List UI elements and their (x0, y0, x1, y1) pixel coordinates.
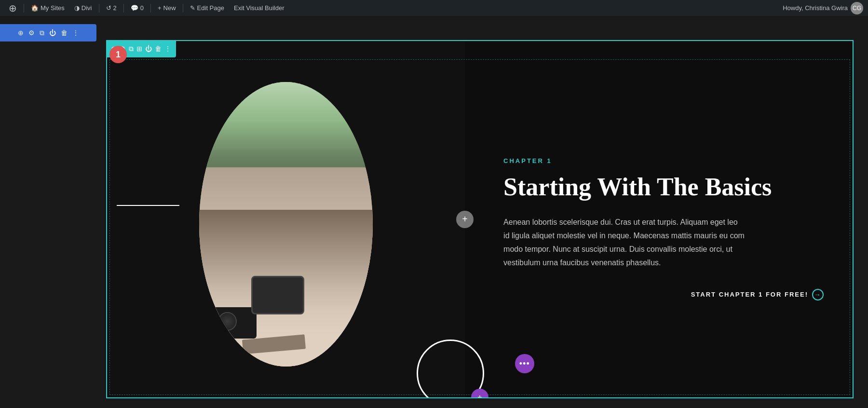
left-column: + (107, 41, 465, 397)
right-column: CHAPTER 1 Starting With The Basics Aenea… (465, 41, 853, 397)
oval-image (199, 82, 373, 367)
wp-logo[interactable]: ⊕ (5, 0, 21, 16)
horizontal-line-decoration (117, 205, 179, 206)
cta-button[interactable]: START CHAPTER 1 FOR FREE! → (503, 289, 824, 300)
avatar[interactable]: CG (851, 2, 863, 14)
desk-overlay (199, 181, 373, 367)
section-toggle-icon[interactable]: ⏻ (145, 45, 152, 53)
admin-bar-right: Howdy, Christina Gwira CG (783, 2, 863, 14)
toggle-icon[interactable]: ⏻ (49, 29, 56, 37)
divi-menu[interactable]: ◑ Divi (70, 0, 96, 16)
chapter-body: Aenean lobortis scelerisque dui. Cras ut… (503, 216, 745, 270)
clone-icon[interactable]: ⧉ (40, 29, 44, 37)
divi-label: Divi (81, 4, 92, 12)
chapter-label: CHAPTER 1 (503, 157, 824, 164)
new-label: New (163, 4, 176, 12)
separator (24, 4, 24, 13)
main-content: ⊕ ⚙ ⧉ ⊞ ⏻ 🗑 ⋮ 1 (0, 16, 868, 408)
exit-visual-builder-button[interactable]: Exit Visual Builder (230, 0, 288, 16)
revisions-count: 2 (113, 4, 117, 12)
chapter-title: Starting With The Basics (503, 173, 824, 201)
separator (99, 4, 99, 13)
section-columns-icon[interactable]: ⊞ (136, 45, 142, 53)
comments-count: 0 (140, 4, 144, 12)
add-section-icon[interactable]: ⊕ (18, 29, 24, 37)
separator (150, 4, 151, 13)
home-icon: 🏠 (31, 4, 39, 12)
cta-arrow-icon: → (812, 289, 824, 300)
new-menu[interactable]: + New (154, 0, 180, 16)
new-icon: + (158, 4, 162, 12)
settings-icon[interactable]: ⚙ (28, 29, 35, 37)
howdy-text: Howdy, Christina Gwira (783, 4, 848, 12)
comments-menu[interactable]: 💬 0 (127, 0, 148, 16)
exit-label: Exit Visual Builder (234, 4, 285, 12)
row-number-badge: 1 (109, 46, 127, 63)
section-delete-icon[interactable]: 🗑 (155, 45, 162, 53)
edit-page-label: Edit Page (197, 4, 224, 12)
add-column-button[interactable]: + (456, 211, 474, 228)
revisions-menu[interactable]: ↺ 2 (102, 0, 121, 16)
comments-icon: 💬 (131, 4, 138, 12)
my-sites-label: My Sites (41, 4, 65, 12)
builder-toolbar: ⊕ ⚙ ⧉ ⏻ 🗑 ⋮ (0, 24, 96, 41)
edit-icon: ✎ (190, 4, 195, 12)
photo-scene (199, 82, 373, 367)
revisions-icon: ↺ (106, 4, 111, 12)
admin-bar: ⊕ 🏠 My Sites ◑ Divi ↺ 2 💬 0 + New ✎ Edit… (0, 0, 868, 16)
separator (123, 4, 124, 13)
section-clone-icon[interactable]: ⧉ (129, 45, 134, 53)
separator (183, 4, 183, 13)
dots-menu-button[interactable]: ••• (515, 354, 534, 373)
section-container: ⊕ ⚙ ⧉ ⊞ ⏻ 🗑 ⋮ 1 (106, 40, 854, 398)
wp-icon: ⊕ (9, 2, 17, 14)
tablet-prop (251, 276, 304, 314)
section-more-icon[interactable]: ⋮ (164, 45, 171, 53)
my-sites-menu[interactable]: 🏠 My Sites (27, 0, 68, 16)
camera-prop (213, 307, 257, 339)
delete-icon[interactable]: 🗑 (61, 29, 68, 37)
image-background (199, 82, 373, 367)
cta-text: START CHAPTER 1 FOR FREE! (691, 291, 808, 298)
edit-page-button[interactable]: ✎ Edit Page (186, 0, 228, 16)
divi-icon: ◑ (74, 4, 80, 12)
more-icon[interactable]: ⋮ (72, 29, 79, 37)
